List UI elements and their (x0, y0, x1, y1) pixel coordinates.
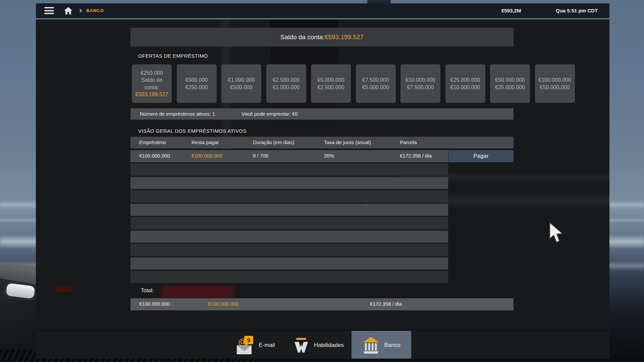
email-icon: @ 9 (235, 335, 254, 355)
account-balance-bar: Saldo da conta: €593.199.527 (130, 28, 514, 47)
breadcrumb[interactable]: BANCO (86, 8, 104, 13)
menu-icon[interactable] (44, 7, 54, 14)
loan-repay-amount: €2.500.000 (317, 84, 344, 91)
loan-offers-row: €250.000 Saldo da conta: €593.199.527 €5… (132, 64, 580, 103)
tab-bank-active[interactable]: Banco (352, 331, 411, 359)
tab-email[interactable]: @ 9 E-mail (225, 331, 285, 359)
svg-text:9: 9 (247, 337, 250, 344)
bank-window: BANCO €593,2M Qua 5:51 pm CDT Saldo da c… (36, 3, 609, 359)
account-balance-label: Saldo da conta: (280, 34, 325, 41)
loan-amount: €10.000.000 (406, 76, 435, 83)
empty-loan-row (130, 204, 448, 216)
loan-table-row: €100.000.000 €100.000.000 0 / 700 20% €1… (130, 150, 448, 162)
loan-offer-card[interactable]: €2.500.000 €1.000.000 (266, 64, 306, 103)
clock: Qua 5:51 pm CDT (556, 8, 598, 13)
home-icon[interactable] (64, 6, 73, 15)
loan-repay-amount: €25.000.000 (495, 84, 525, 91)
loan-offer-card[interactable]: €250.000 Saldo da conta: €593.199.527 (132, 64, 172, 103)
loan-offers-title: OFERTAS DE EMPRÉSTIMO (138, 53, 208, 59)
loan-repay-amount: €500.000 (230, 84, 253, 91)
totals-bar: €100.000.000 €100.000.000 €172.358 / dia (130, 298, 514, 310)
bank-panel: Saldo da conta: €593.199.527 OFERTAS DE … (36, 19, 609, 359)
tab-email-label: E-mail (259, 342, 275, 349)
bottom-dock: @ 9 E-mail Habilidades (36, 330, 609, 359)
loan-balance-preview: €593.199.527 (136, 91, 168, 98)
interest-cell: 20% (324, 153, 334, 159)
empty-loan-row (130, 217, 448, 229)
tab-skills-label: Habilidades (314, 342, 344, 349)
col-duration: Duração (em dias) (253, 139, 294, 145)
borrow-capacity: Você pode emprestar: €0 (241, 111, 298, 117)
loan-amount-cell: €100.000.000 (139, 153, 170, 159)
total-label: Total: (141, 288, 154, 294)
empty-loan-row (130, 257, 448, 269)
empty-loan-row (130, 244, 448, 256)
loan-status-bar: Número de empréstimos ativos: 1 Você pod… (130, 108, 514, 120)
loan-offer-card[interactable]: €10.000.000 €7.500.000 (400, 64, 440, 103)
loan-amount: €1.000.000 (228, 76, 255, 83)
money-indicator: €593,2M (501, 8, 521, 13)
loan-amount: €7.500.000 (362, 76, 389, 83)
empty-loan-row (130, 231, 448, 243)
loan-amount: €50.000.000 (495, 76, 525, 83)
remaining-cell: €100.000.000 (192, 153, 222, 159)
empty-loan-rows (130, 164, 448, 284)
installment-cell: €172.358 / dia (400, 153, 432, 159)
loan-amount: €2.500.000 (273, 76, 300, 83)
col-loan: Empréstimo (139, 139, 166, 145)
loan-repay-amount: €1.000.000 (273, 84, 300, 91)
total-remaining: €100.000.000 (208, 301, 239, 307)
loan-repay-amount: €10.000.000 (450, 84, 480, 91)
skills-icon (293, 337, 310, 354)
loan-amount: €100.000.000 (538, 76, 571, 83)
loans-table-header: Empréstimo Resta pagar Duração (em dias)… (130, 137, 514, 148)
loan-repay-amount: €5.000.000 (362, 84, 389, 91)
loan-offer-card[interactable]: €50.000.000 €25.000.000 (490, 64, 530, 103)
total-installment: €172.358 / dia (370, 301, 402, 307)
bank-icon (362, 336, 380, 355)
col-interest: Taxa de juros (anual) (324, 139, 371, 145)
col-remaining: Resta pagar (192, 139, 219, 145)
pay-button[interactable]: Pagar (448, 150, 514, 162)
loan-offer-card[interactable]: €100.000.000 €50.000.000 (535, 64, 575, 103)
loan-offer-card[interactable]: €7.500.000 €5.000.000 (356, 64, 396, 103)
top-bar: BANCO €593,2M Qua 5:51 pm CDT (36, 3, 609, 18)
empty-loan-row (130, 164, 448, 176)
loan-amount: €250.000 (141, 69, 163, 76)
empty-loan-row (130, 271, 448, 283)
loan-amount: €25.000.000 (450, 76, 480, 83)
total-loan: €100.000.000 (139, 301, 170, 307)
loan-offer-card[interactable]: €1.000.000 €500.000 (221, 64, 261, 103)
tab-bank-label: Banco (384, 342, 400, 349)
account-balance-value: €593.199.527 (325, 34, 364, 41)
game-background: BANCO €593,2M Qua 5:51 pm CDT Saldo da c… (0, 0, 644, 362)
active-loans-count: Número de empréstimos ativos: 1 (140, 111, 215, 117)
breadcrumb-caret-icon (80, 8, 83, 13)
loan-repay-amount: €250.000 (185, 84, 208, 91)
loan-repay-amount: €7.500.000 (407, 84, 434, 91)
empty-loan-row (130, 190, 448, 202)
loan-offer-card[interactable]: €25.000.000 €10.000.000 (445, 64, 485, 103)
loan-offer-card[interactable]: €500.000 €250.000 (177, 64, 217, 103)
active-loans-title: VISÃO GERAL DOS EMPRÉSTIMOS ATIVOS (138, 128, 247, 134)
duration-cell: 0 / 700 (253, 153, 268, 159)
col-installment: Parcela (400, 139, 417, 145)
loan-amount: €500.000 (185, 76, 208, 83)
loan-repay-amount: Saldo da conta: (133, 76, 170, 90)
loan-offer-card[interactable]: €5.000.000 €2.500.000 (311, 64, 351, 103)
empty-loan-row (130, 177, 448, 189)
taillight-glow (55, 287, 71, 292)
loan-repay-amount: €50.000.000 (540, 84, 570, 91)
tab-skills[interactable]: Habilidades (288, 331, 348, 359)
loan-amount: €5.000.000 (317, 76, 344, 83)
